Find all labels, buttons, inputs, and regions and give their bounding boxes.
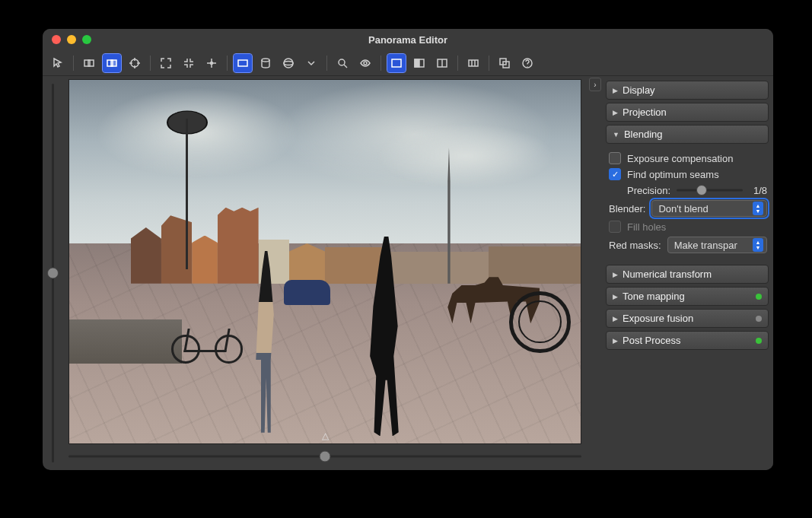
select-updown-icon: ▲▼ [753,238,763,252]
blender-label: Blender: [609,203,645,215]
find-seams-row: ✓ Find optimum seams [609,168,767,180]
minimize-icon[interactable] [67,35,76,44]
section-label: Post Process [623,335,681,346]
collapse-panel-button[interactable]: › [589,78,601,91]
find-seams-label: Find optimum seams [627,169,719,180]
red-masks-select[interactable]: Make transpar ▲▼ [667,237,767,253]
window-controls [52,35,91,44]
divider [457,56,458,71]
status-dot-icon [756,294,762,300]
blender-value: Don't blend [658,203,748,215]
rect-projection-icon[interactable] [234,54,252,72]
section-post-process[interactable]: ▶ Post Process [606,331,769,350]
section-label: Projection [623,106,667,118]
center-marker-icon: △ [322,431,329,441]
toolbar [43,50,773,76]
svg-point-8 [284,59,293,68]
divider [381,56,381,71]
overlap-active-icon[interactable] [103,54,121,72]
panel-gutter: › [588,76,601,470]
titlebar[interactable]: Panorama Editor [43,29,773,50]
section-numerical-transform[interactable]: ▶ Numerical transform [606,265,769,284]
sphere-projection-icon[interactable] [279,54,298,72]
side-panel: ▶ Display ▶ Projection ▼ Blending Exposu… [601,76,773,470]
section-tone-mapping[interactable]: ▶ Tone mapping [606,287,769,306]
section-projection[interactable]: ▶ Projection [606,103,769,122]
red-masks-label: Red masks: [609,240,661,251]
crosshair-icon[interactable] [126,54,144,72]
blending-body: Exposure compensation ✓ Find optimum sea… [606,144,769,262]
chevron-right-icon: ▶ [613,87,618,94]
divider [489,56,489,71]
editor-body: △ › ▶ Display ▶ Projection ▼ Blend [43,76,773,470]
red-masks-value: Make transpar [674,240,748,251]
svg-rect-1 [88,60,94,66]
fill-holes-label: Fill holes [627,221,666,233]
full-screen-icon[interactable] [387,54,406,72]
fill-holes-checkbox [609,221,621,233]
status-dot-icon [756,338,762,344]
svg-rect-0 [84,60,90,66]
exposure-comp-label: Exposure compensation [627,153,733,164]
precision-row: Precision: 1/8 [609,184,767,196]
cursor-tool-icon[interactable] [49,54,67,72]
blender-select[interactable]: Don't blend ▲▼ [651,200,767,217]
red-masks-row: Red masks: Make transpar ▲▼ [609,237,767,253]
split-half-icon[interactable] [410,54,428,72]
section-label: Numerical transform [623,269,712,280]
help-icon[interactable] [518,54,537,72]
blender-row: Blender: Don't blend ▲▼ [609,200,767,217]
section-label: Display [623,84,655,96]
section-label: Tone mapping [623,291,685,302]
chevron-right-icon: › [594,81,596,89]
vertical-slider[interactable] [43,76,62,470]
exposure-comp-checkbox[interactable] [609,152,621,164]
precision-value: 1/8 [749,185,767,196]
divider [227,56,228,71]
panorama-editor-window: Panorama Editor [43,29,773,470]
book-view-icon[interactable] [433,54,451,72]
windows-icon[interactable] [495,54,514,72]
vertical-slider-thumb[interactable] [47,268,59,279]
maximize-icon[interactable] [82,35,91,44]
overlap-icon[interactable] [80,54,98,72]
fit-icon[interactable] [157,54,175,72]
svg-point-10 [339,59,345,65]
chevron-right-icon: ▶ [613,271,618,278]
svg-rect-16 [469,60,478,66]
divider [326,56,327,71]
svg-point-11 [364,62,367,65]
zoom-icon[interactable] [333,54,352,72]
precision-slider[interactable] [677,184,743,196]
status-dot-icon [756,316,762,322]
horizontal-slider-thumb[interactable] [320,451,331,462]
svg-rect-14 [415,59,419,67]
center-area: △ [62,76,588,470]
panorama-image [69,80,581,443]
shrink-icon[interactable] [180,54,198,72]
svg-rect-6 [238,60,247,66]
center-icon[interactable] [202,54,221,72]
find-seams-checkbox[interactable]: ✓ [609,168,621,180]
chevron-down-icon: ▼ [613,131,619,138]
chevron-right-icon: ▶ [613,315,618,323]
svg-point-7 [262,59,269,62]
close-icon[interactable] [52,35,61,44]
exposure-comp-row: Exposure compensation [609,152,767,164]
chevron-right-icon: ▶ [613,109,618,116]
svg-rect-3 [111,60,116,66]
horizontal-slider[interactable] [68,447,581,466]
eye-icon[interactable] [356,54,374,72]
crop-ratio-icon[interactable] [464,54,482,72]
svg-rect-12 [392,59,401,67]
panorama-canvas[interactable]: △ [68,79,581,444]
section-display[interactable]: ▶ Display [606,81,769,100]
section-label: Exposure fusion [623,313,693,324]
section-exposure-fusion[interactable]: ▶ Exposure fusion [606,309,769,328]
chevron-right-icon: ▶ [613,293,618,300]
section-blending[interactable]: ▼ Blending [606,125,769,144]
projection-dropdown-icon[interactable] [302,54,320,72]
select-updown-icon: ▲▼ [753,202,763,215]
cylinder-projection-icon[interactable] [256,54,275,72]
chevron-right-icon: ▶ [613,337,618,345]
